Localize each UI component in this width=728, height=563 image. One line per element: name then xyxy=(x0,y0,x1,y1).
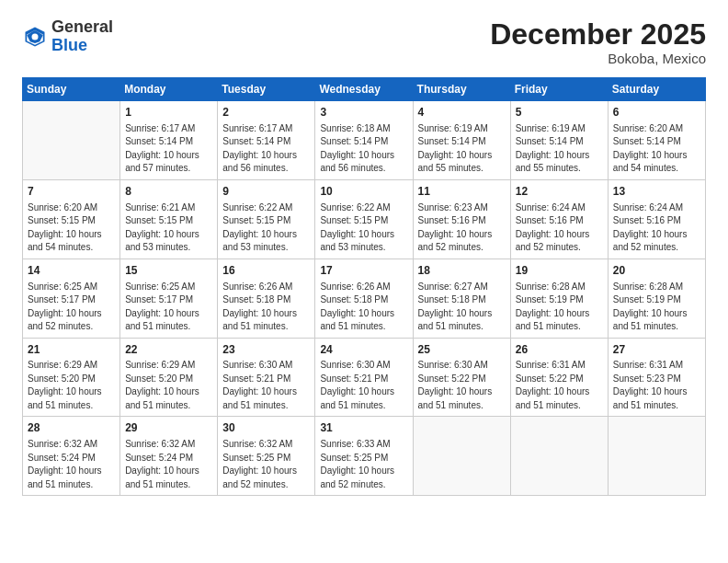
day-header-thursday: Thursday xyxy=(413,78,510,101)
calendar-cell xyxy=(23,101,120,180)
day-number: 25 xyxy=(418,342,506,358)
day-header-wednesday: Wednesday xyxy=(315,78,413,101)
day-info: Sunrise: 6:29 AM Sunset: 5:20 PM Dayligh… xyxy=(28,359,115,412)
calendar-cell: 16Sunrise: 6:26 AM Sunset: 5:18 PM Dayli… xyxy=(218,259,315,338)
month-title: December 2025 xyxy=(490,18,706,51)
day-number: 15 xyxy=(125,263,212,279)
calendar-cell: 28Sunrise: 6:32 AM Sunset: 5:24 PM Dayli… xyxy=(23,417,120,496)
day-number: 2 xyxy=(222,105,310,121)
calendar-cell: 15Sunrise: 6:25 AM Sunset: 5:17 PM Dayli… xyxy=(120,259,218,338)
day-info: Sunrise: 6:33 AM Sunset: 5:25 PM Dayligh… xyxy=(320,438,407,491)
day-number: 13 xyxy=(613,184,700,200)
calendar-cell: 4Sunrise: 6:19 AM Sunset: 5:14 PM Daylig… xyxy=(413,101,510,180)
calendar-cell: 14Sunrise: 6:25 AM Sunset: 5:17 PM Dayli… xyxy=(23,259,120,338)
calendar-cell: 24Sunrise: 6:30 AM Sunset: 5:21 PM Dayli… xyxy=(315,338,413,417)
calendar-cell: 29Sunrise: 6:32 AM Sunset: 5:24 PM Dayli… xyxy=(120,417,218,496)
calendar-cell: 12Sunrise: 6:24 AM Sunset: 5:16 PM Dayli… xyxy=(510,179,608,259)
day-info: Sunrise: 6:32 AM Sunset: 5:24 PM Dayligh… xyxy=(125,438,212,491)
day-number: 11 xyxy=(418,184,506,200)
calendar-cell: 25Sunrise: 6:30 AM Sunset: 5:22 PM Dayli… xyxy=(413,338,510,417)
day-info: Sunrise: 6:28 AM Sunset: 5:19 PM Dayligh… xyxy=(613,281,700,334)
day-info: Sunrise: 6:17 AM Sunset: 5:14 PM Dayligh… xyxy=(125,122,212,176)
day-header-tuesday: Tuesday xyxy=(218,78,315,101)
day-info: Sunrise: 6:21 AM Sunset: 5:15 PM Dayligh… xyxy=(125,201,212,255)
day-info: Sunrise: 6:31 AM Sunset: 5:22 PM Dayligh… xyxy=(516,359,603,412)
calendar-cell: 27Sunrise: 6:31 AM Sunset: 5:23 PM Dayli… xyxy=(608,338,705,417)
day-info: Sunrise: 6:27 AM Sunset: 5:18 PM Dayligh… xyxy=(418,281,506,334)
day-info: Sunrise: 6:30 AM Sunset: 5:21 PM Dayligh… xyxy=(320,359,407,412)
calendar-cell: 18Sunrise: 6:27 AM Sunset: 5:18 PM Dayli… xyxy=(413,259,510,338)
day-info: Sunrise: 6:32 AM Sunset: 5:24 PM Dayligh… xyxy=(28,438,115,491)
day-number: 27 xyxy=(613,342,700,358)
day-number: 8 xyxy=(125,184,212,200)
calendar-cell: 31Sunrise: 6:33 AM Sunset: 5:25 PM Dayli… xyxy=(315,417,413,496)
day-info: Sunrise: 6:17 AM Sunset: 5:14 PM Dayligh… xyxy=(222,122,310,176)
day-number: 18 xyxy=(418,263,506,279)
day-info: Sunrise: 6:30 AM Sunset: 5:22 PM Dayligh… xyxy=(418,359,506,412)
calendar-week-1: 1Sunrise: 6:17 AM Sunset: 5:14 PM Daylig… xyxy=(23,101,706,180)
day-info: Sunrise: 6:20 AM Sunset: 5:15 PM Dayligh… xyxy=(28,201,115,255)
day-info: Sunrise: 6:20 AM Sunset: 5:14 PM Dayligh… xyxy=(613,122,700,176)
calendar-week-4: 21Sunrise: 6:29 AM Sunset: 5:20 PM Dayli… xyxy=(23,338,706,417)
day-number: 24 xyxy=(320,342,407,358)
day-number: 29 xyxy=(125,420,212,436)
day-info: Sunrise: 6:26 AM Sunset: 5:18 PM Dayligh… xyxy=(320,281,407,334)
day-number: 22 xyxy=(125,342,212,358)
day-number: 31 xyxy=(320,420,407,436)
day-number: 19 xyxy=(516,263,603,279)
day-info: Sunrise: 6:19 AM Sunset: 5:14 PM Dayligh… xyxy=(516,122,603,176)
day-number: 1 xyxy=(125,105,212,121)
day-number: 20 xyxy=(613,263,700,279)
day-info: Sunrise: 6:30 AM Sunset: 5:21 PM Dayligh… xyxy=(222,359,310,412)
day-header-sunday: Sunday xyxy=(23,78,120,101)
day-info: Sunrise: 6:28 AM Sunset: 5:19 PM Dayligh… xyxy=(516,281,603,334)
day-header-saturday: Saturday xyxy=(608,78,705,101)
day-info: Sunrise: 6:19 AM Sunset: 5:14 PM Dayligh… xyxy=(418,122,506,176)
calendar-cell: 21Sunrise: 6:29 AM Sunset: 5:20 PM Dayli… xyxy=(23,338,120,417)
calendar-cell: 17Sunrise: 6:26 AM Sunset: 5:18 PM Dayli… xyxy=(315,259,413,338)
day-info: Sunrise: 6:32 AM Sunset: 5:25 PM Dayligh… xyxy=(222,438,310,491)
day-number: 26 xyxy=(516,342,603,358)
calendar-cell: 6Sunrise: 6:20 AM Sunset: 5:14 PM Daylig… xyxy=(608,101,705,180)
calendar-cell: 13Sunrise: 6:24 AM Sunset: 5:16 PM Dayli… xyxy=(608,179,705,259)
calendar-cell: 9Sunrise: 6:22 AM Sunset: 5:15 PM Daylig… xyxy=(218,179,315,259)
svg-point-3 xyxy=(32,33,39,40)
day-number: 28 xyxy=(28,420,115,436)
calendar-cell: 3Sunrise: 6:18 AM Sunset: 5:14 PM Daylig… xyxy=(315,101,413,180)
day-info: Sunrise: 6:24 AM Sunset: 5:16 PM Dayligh… xyxy=(516,201,603,255)
calendar-table: SundayMondayTuesdayWednesdayThursdayFrid… xyxy=(22,77,706,496)
title-block: December 2025 Bokoba, Mexico xyxy=(490,18,706,66)
day-number: 17 xyxy=(320,263,407,279)
day-info: Sunrise: 6:29 AM Sunset: 5:20 PM Dayligh… xyxy=(125,359,212,412)
logo: General Blue xyxy=(22,18,113,55)
calendar-cell: 5Sunrise: 6:19 AM Sunset: 5:14 PM Daylig… xyxy=(510,101,608,180)
day-number: 23 xyxy=(222,342,310,358)
calendar-cell: 30Sunrise: 6:32 AM Sunset: 5:25 PM Dayli… xyxy=(218,417,315,496)
day-info: Sunrise: 6:25 AM Sunset: 5:17 PM Dayligh… xyxy=(28,281,115,334)
calendar-cell: 8Sunrise: 6:21 AM Sunset: 5:15 PM Daylig… xyxy=(120,179,218,259)
calendar-cell: 26Sunrise: 6:31 AM Sunset: 5:22 PM Dayli… xyxy=(510,338,608,417)
day-info: Sunrise: 6:18 AM Sunset: 5:14 PM Dayligh… xyxy=(320,122,407,176)
logo-text: General Blue xyxy=(51,18,113,55)
calendar-cell xyxy=(608,417,705,496)
calendar-cell: 1Sunrise: 6:17 AM Sunset: 5:14 PM Daylig… xyxy=(120,101,218,180)
calendar-cell: 23Sunrise: 6:30 AM Sunset: 5:21 PM Dayli… xyxy=(218,338,315,417)
day-info: Sunrise: 6:25 AM Sunset: 5:17 PM Dayligh… xyxy=(125,281,212,334)
calendar-cell xyxy=(413,417,510,496)
day-number: 4 xyxy=(418,105,506,121)
day-header-monday: Monday xyxy=(120,78,218,101)
calendar-cell: 11Sunrise: 6:23 AM Sunset: 5:16 PM Dayli… xyxy=(413,179,510,259)
calendar-week-2: 7Sunrise: 6:20 AM Sunset: 5:15 PM Daylig… xyxy=(23,179,706,259)
calendar-cell: 19Sunrise: 6:28 AM Sunset: 5:19 PM Dayli… xyxy=(510,259,608,338)
day-info: Sunrise: 6:26 AM Sunset: 5:18 PM Dayligh… xyxy=(222,281,310,334)
day-header-friday: Friday xyxy=(510,78,608,101)
calendar-cell xyxy=(510,417,608,496)
day-number: 7 xyxy=(28,184,115,200)
day-info: Sunrise: 6:31 AM Sunset: 5:23 PM Dayligh… xyxy=(613,359,700,412)
day-number: 14 xyxy=(28,263,115,279)
day-info: Sunrise: 6:23 AM Sunset: 5:16 PM Dayligh… xyxy=(418,201,506,255)
day-info: Sunrise: 6:24 AM Sunset: 5:16 PM Dayligh… xyxy=(613,201,700,255)
day-info: Sunrise: 6:22 AM Sunset: 5:15 PM Dayligh… xyxy=(320,201,407,255)
calendar-cell: 7Sunrise: 6:20 AM Sunset: 5:15 PM Daylig… xyxy=(23,179,120,259)
day-number: 3 xyxy=(320,105,407,121)
